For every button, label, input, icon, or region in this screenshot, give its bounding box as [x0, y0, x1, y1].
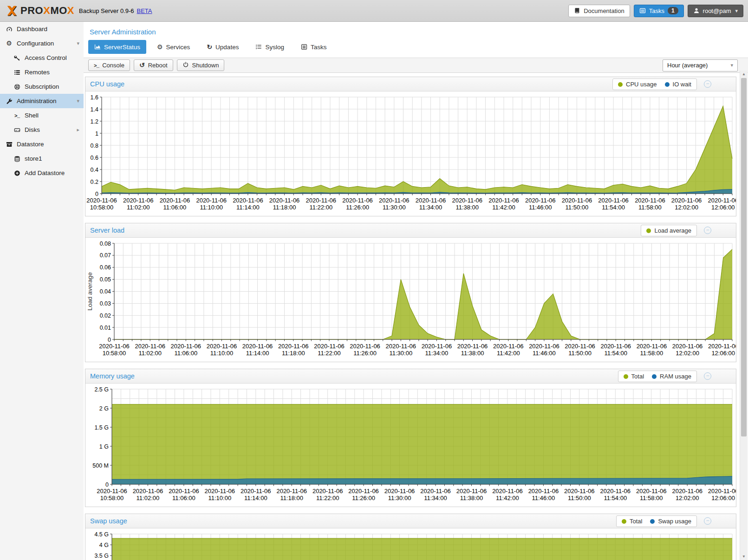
legend-item[interactable]: Total: [622, 518, 642, 525]
collapse-panel-button[interactable]: −: [704, 80, 711, 88]
legend-item[interactable]: IO wait: [665, 81, 691, 88]
x-tick-time: 11:30:00: [389, 350, 412, 357]
scrollbar-thumb[interactable]: [741, 78, 747, 436]
console-button[interactable]: >_ Console: [88, 59, 130, 71]
x-tick-time: 11:22:00: [309, 204, 332, 211]
y-tick-label: 0.01: [100, 325, 111, 331]
sidebar-item-disks[interactable]: Disks ▸: [0, 123, 84, 137]
x-tick-date: 2020-11-06: [671, 197, 702, 204]
x-tick-time: 11:14:00: [246, 350, 269, 357]
y-tick-label: 1.6: [91, 94, 98, 101]
x-tick-date: 2020-11-06: [160, 197, 190, 204]
lifering-icon: [13, 84, 21, 90]
gears-icon: ⚙: [5, 40, 13, 47]
legend-label: RAM usage: [660, 373, 691, 380]
sidebar-item-remotes[interactable]: Remotes: [0, 65, 84, 79]
scroll-up-arrow[interactable]: ▲: [740, 71, 748, 78]
sidebar-item-store1[interactable]: store1: [0, 151, 84, 166]
x-tick-date: 2020-11-06: [123, 197, 154, 204]
x-tick-date: 2020-11-06: [457, 343, 488, 350]
sidebar-item-shell[interactable]: >_ Shell: [0, 108, 84, 123]
vertical-scrollbar[interactable]: ▲ ▼: [740, 71, 748, 560]
x-tick-time: 12:06:00: [711, 495, 735, 501]
sidebar-item-access-control[interactable]: Access Control: [0, 51, 84, 65]
legend-dot: [622, 519, 626, 524]
panel-title: CPU usage: [90, 80, 124, 88]
x-tick-date: 2020-11-06: [278, 343, 309, 350]
y-tick-label: 0: [95, 191, 98, 197]
x-tick-date: 2020-11-06: [207, 343, 237, 350]
x-tick-time: 12:02:00: [675, 204, 698, 211]
legend-item[interactable]: Swap usage: [650, 518, 691, 525]
tab-serverstatus[interactable]: ServerStatus: [88, 40, 146, 54]
collapse-panel-button[interactable]: −: [704, 227, 711, 234]
x-tick-date: 2020-11-06: [384, 488, 415, 495]
reboot-button[interactable]: ↺ Reboot: [134, 59, 173, 71]
legend-item[interactable]: CPU usage: [618, 81, 657, 88]
x-tick-time: 11:46:00: [533, 350, 556, 357]
button-label: Reboot: [148, 62, 168, 69]
x-tick-time: 11:22:00: [318, 350, 341, 357]
x-tick-time: 10:58:00: [103, 350, 126, 357]
x-tick-time: 11:18:00: [273, 204, 296, 211]
x-tick-time: 12:02:00: [676, 495, 699, 501]
tab-services[interactable]: ⚙ Services: [151, 40, 196, 54]
x-tick-time: 11:18:00: [282, 350, 305, 357]
brand-part: X: [67, 5, 74, 16]
legend-item[interactable]: Total: [624, 373, 644, 380]
tab-updates[interactable]: ↻ Updates: [201, 40, 245, 54]
tab-tasks[interactable]: Tasks: [295, 40, 333, 54]
shutdown-button[interactable]: Shutdown: [177, 59, 225, 71]
sidebar-item-administration[interactable]: Administration ▾: [0, 94, 84, 108]
x-tick-time: 11:06:00: [172, 495, 195, 501]
y-tick-label: 0.8: [91, 143, 98, 149]
x-tick-date: 2020-11-06: [350, 343, 380, 350]
collapse-panel-button[interactable]: −: [704, 372, 711, 380]
tab-label: Tasks: [311, 44, 327, 51]
tasks-list-icon: [639, 7, 646, 14]
x-tick-time: 11:26:00: [353, 350, 377, 357]
sidebar-item-add-datastore[interactable]: Add Datastore: [0, 166, 84, 180]
chevron-down-icon[interactable]: ▾: [77, 98, 79, 104]
legend-item[interactable]: RAM usage: [652, 373, 691, 380]
power-icon: [182, 61, 189, 69]
collapse-panel-button[interactable]: −: [704, 517, 711, 525]
legend-dot: [646, 228, 651, 233]
x-tick-time: 11:38:00: [460, 495, 483, 501]
timeframe-select[interactable]: Hour (average) ▾: [663, 59, 738, 72]
x-tick-date: 2020-11-06: [672, 488, 702, 495]
x-tick-date: 2020-11-06: [636, 488, 667, 495]
sidebar-item-dashboard[interactable]: Dashboard: [0, 22, 84, 36]
x-tick-date: 2020-11-06: [562, 197, 592, 204]
legend-label: Load average: [654, 227, 691, 234]
x-tick-time: 11:34:00: [419, 204, 442, 211]
y-tick-label: 1 G: [99, 443, 109, 450]
legend-item[interactable]: Load average: [646, 227, 691, 234]
scroll-down-arrow[interactable]: ▼: [740, 553, 748, 560]
chevron-right-icon[interactable]: ▸: [77, 127, 79, 133]
chevron-down-icon[interactable]: ▾: [77, 40, 79, 46]
sidebar-item-configuration[interactable]: ⚙ Configuration ▾: [0, 36, 84, 51]
y-tick-label: 0.05: [100, 276, 111, 283]
beta-link[interactable]: BETA: [137, 7, 152, 14]
timeframe-value: Hour (average): [667, 62, 708, 69]
chart-load: 0.080.070.060.050.040.030.020.0102020-11…: [85, 238, 736, 362]
documentation-button[interactable]: Documentation: [568, 5, 630, 17]
tasks-button[interactable]: Tasks 1: [634, 5, 684, 17]
x-tick-time: 11:54:00: [604, 350, 627, 357]
x-tick-date: 2020-11-06: [708, 197, 736, 204]
button-label: Console: [102, 62, 124, 69]
list-alt-icon: [301, 44, 307, 50]
legend-cpu: CPU usage IO wait: [612, 78, 697, 90]
sidebar-item-subscription[interactable]: Subscription: [0, 79, 84, 94]
user-menu-button[interactable]: root@pam ▾: [688, 5, 743, 17]
x-tick-time: 11:54:00: [602, 204, 625, 211]
tab-label: Services: [166, 44, 190, 51]
tab-syslog[interactable]: Syslog: [249, 40, 290, 54]
refresh-icon: ↻: [207, 44, 212, 51]
y-tick-label: 0.6: [91, 155, 98, 161]
sidebar-item-label: Configuration: [17, 40, 54, 47]
tab-label: Updates: [215, 44, 239, 51]
sidebar-item-datastore[interactable]: Datastore: [0, 137, 84, 151]
x-tick-time: 11:10:00: [210, 350, 234, 357]
